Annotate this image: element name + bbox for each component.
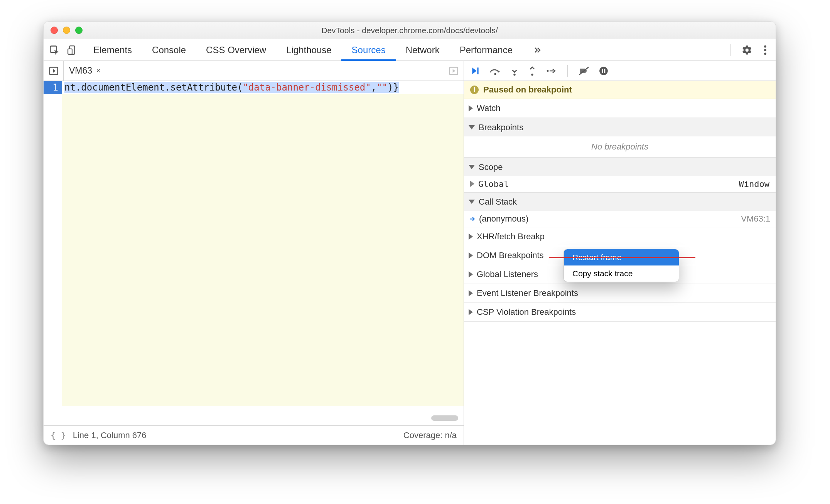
horizontal-scrollbar[interactable] <box>62 415 464 422</box>
minimize-window-button[interactable] <box>63 27 70 34</box>
close-icon[interactable]: × <box>96 66 101 75</box>
svg-point-11 <box>531 74 533 76</box>
resume-icon[interactable] <box>470 66 480 76</box>
step-over-icon[interactable] <box>489 66 501 76</box>
devtools-window: DevTools - developer.chrome.com/docs/dev… <box>43 21 776 445</box>
call-stack-frame[interactable]: ➔ (anonymous) VM63:1 <box>464 211 776 227</box>
code-line: nt.documentElement.setAttribute("data-ba… <box>64 81 399 94</box>
scope-global-row[interactable]: Global Window <box>464 176 776 192</box>
line-number: 1 <box>44 81 61 94</box>
zoom-window-button[interactable] <box>75 27 83 34</box>
svg-rect-2 <box>68 49 72 54</box>
coverage-status: Coverage: n/a <box>403 430 457 440</box>
sources-editor-pane: VM63 × 1 nt.documentElement.setAttribute… <box>44 61 464 445</box>
device-toolbar-icon[interactable] <box>67 45 78 55</box>
paused-message: Paused on breakpoint <box>483 85 572 95</box>
traffic-lights <box>51 27 83 34</box>
cursor-position: Line 1, Column 676 <box>73 430 147 440</box>
file-tab-bar: VM63 × <box>44 61 464 81</box>
tab-lighthouse[interactable]: Lighthouse <box>276 39 341 60</box>
chevron-double-right-icon <box>533 45 542 55</box>
section-xhr-breakpoints[interactable]: XHR/fetch Breakp <box>464 227 776 246</box>
file-tab-label: VM63 <box>69 66 92 76</box>
tab-performance[interactable]: Performance <box>450 39 523 60</box>
panel-tab-bar: Elements Console CSS Overview Lighthouse… <box>44 39 776 61</box>
editor-status-bar: { } Line 1, Column 676 Coverage: n/a <box>44 425 464 445</box>
current-frame-arrow-icon: ➔ <box>469 215 475 223</box>
tab-overflow[interactable] <box>523 39 552 60</box>
pretty-print-button[interactable]: { } <box>51 430 66 440</box>
settings-icon[interactable] <box>742 45 752 55</box>
titlebar: DevTools - developer.chrome.com/docs/dev… <box>44 22 776 39</box>
code-editor[interactable]: 1 nt.documentElement.setAttribute("data-… <box>44 81 464 425</box>
file-tab-vm63[interactable]: VM63 × <box>64 61 106 81</box>
close-window-button[interactable] <box>51 27 58 34</box>
window-title: DevTools - developer.chrome.com/docs/dev… <box>44 26 776 35</box>
context-menu-copy-stack-trace[interactable]: Copy stack trace <box>564 265 679 282</box>
section-breakpoints[interactable]: Breakpoints <box>464 118 776 136</box>
section-watch[interactable]: Watch <box>464 99 776 118</box>
pause-on-exceptions-icon[interactable] <box>599 66 609 76</box>
tab-elements[interactable]: Elements <box>83 39 142 60</box>
debugger-toolbar <box>464 61 776 81</box>
svg-rect-14 <box>604 69 605 73</box>
svg-point-5 <box>764 52 766 55</box>
section-call-stack[interactable]: Call Stack <box>464 192 776 211</box>
section-csp-violation-breakpoints[interactable]: CSP Violation Breakpoints <box>464 303 776 321</box>
step-out-icon[interactable] <box>528 66 536 76</box>
svg-point-3 <box>764 45 766 47</box>
step-icon[interactable] <box>546 66 557 76</box>
svg-point-9 <box>494 73 496 75</box>
run-snippet-icon[interactable] <box>444 66 464 76</box>
call-frame-name: (anonymous) <box>479 214 528 224</box>
call-frame-location: VM63:1 <box>741 214 770 224</box>
no-breakpoints-label: No breakpoints <box>464 136 776 157</box>
strikethrough-annotation <box>549 257 695 258</box>
svg-rect-8 <box>477 67 478 74</box>
more-menu-icon[interactable] <box>763 45 767 55</box>
svg-point-4 <box>764 49 766 51</box>
scope-global-value: Window <box>739 179 769 189</box>
svg-point-12 <box>547 70 549 72</box>
svg-point-10 <box>513 74 515 76</box>
inspect-element-icon[interactable] <box>49 45 60 55</box>
info-icon: i <box>470 86 479 94</box>
show-navigator-icon[interactable] <box>44 61 64 81</box>
section-scope[interactable]: Scope <box>464 158 776 176</box>
deactivate-breakpoints-icon[interactable] <box>579 66 589 76</box>
tab-network[interactable]: Network <box>396 39 450 60</box>
paused-info-strip: i Paused on breakpoint <box>464 81 776 99</box>
tab-console[interactable]: Console <box>142 39 196 60</box>
tab-sources[interactable]: Sources <box>342 39 396 60</box>
svg-rect-13 <box>602 69 603 73</box>
step-into-icon[interactable] <box>510 66 519 76</box>
tab-css-overview[interactable]: CSS Overview <box>196 39 276 60</box>
call-stack-context-menu: Restart frame Copy stack trace <box>563 249 679 282</box>
section-event-listener-breakpoints[interactable]: Event Listener Breakpoints <box>464 284 776 302</box>
